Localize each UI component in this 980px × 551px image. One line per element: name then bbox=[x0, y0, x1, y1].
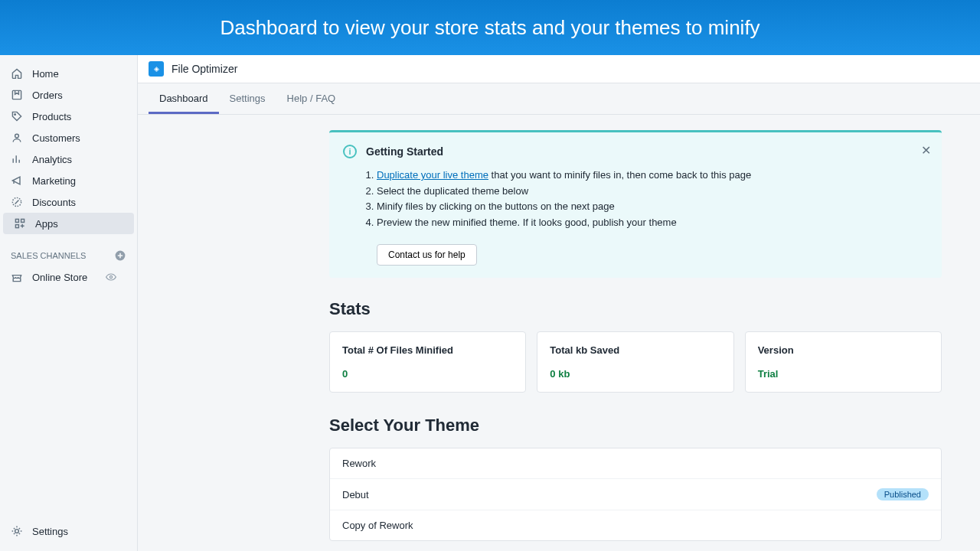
sidebar-item-discounts[interactable]: Discounts bbox=[0, 191, 137, 213]
sidebar-item-label: Apps bbox=[35, 218, 58, 230]
svg-point-1 bbox=[15, 114, 16, 116]
step-4: Preview the new minified theme. If it lo… bbox=[377, 215, 928, 230]
sidebar-section-label: SALES CHANNELS bbox=[11, 251, 86, 260]
sidebar-item-customers[interactable]: Customers bbox=[0, 127, 137, 148]
stat-label: Version bbox=[758, 344, 929, 356]
stat-value: 0 kb bbox=[550, 368, 720, 380]
analytics-icon bbox=[11, 153, 23, 165]
sidebar-item-label: Marketing bbox=[32, 175, 76, 187]
products-icon bbox=[11, 110, 23, 122]
close-icon[interactable]: ✕ bbox=[921, 143, 931, 158]
orders-icon bbox=[11, 89, 23, 101]
step-1: Duplicate your live theme that you want … bbox=[377, 168, 928, 183]
main-content: ◈ File Optimizer Dashboard Settings Help… bbox=[138, 55, 980, 551]
getting-started-steps: Duplicate your live theme that you want … bbox=[377, 168, 928, 230]
sidebar-item-marketing[interactable]: Marketing bbox=[0, 170, 137, 191]
home-icon bbox=[11, 67, 23, 80]
theme-list: Rework Debut Published Copy of Rework bbox=[329, 448, 942, 541]
tab-settings[interactable]: Settings bbox=[219, 83, 276, 114]
stat-value: Trial bbox=[758, 368, 929, 380]
sidebar-item-online-store[interactable]: Online Store bbox=[0, 266, 137, 288]
app-icon: ◈ bbox=[149, 61, 164, 77]
gear-icon bbox=[11, 525, 23, 537]
svg-point-8 bbox=[109, 276, 112, 278]
theme-name: Debut bbox=[342, 489, 369, 500]
stat-version: Version Trial bbox=[745, 331, 942, 393]
stats-row: Total # Of Files Minified 0 Total kb Sav… bbox=[329, 331, 942, 393]
stat-value: 0 bbox=[342, 368, 513, 380]
contact-us-button[interactable]: Contact us for help bbox=[377, 244, 477, 266]
app-name: File Optimizer bbox=[172, 63, 237, 75]
stat-label: Total kb Saved bbox=[550, 344, 720, 356]
stat-label: Total # Of Files Minified bbox=[342, 344, 513, 356]
theme-row[interactable]: Copy of Rework bbox=[330, 510, 941, 540]
sidebar-item-home[interactable]: Home bbox=[0, 63, 137, 84]
svg-rect-5 bbox=[21, 219, 24, 222]
app-header: ◈ File Optimizer bbox=[138, 55, 980, 83]
theme-row[interactable]: Rework bbox=[330, 448, 941, 479]
view-icon[interactable] bbox=[105, 271, 117, 283]
sidebar-item-products[interactable]: Products bbox=[0, 106, 137, 127]
info-title: Getting Started bbox=[366, 145, 443, 158]
svg-rect-4 bbox=[15, 219, 18, 222]
step-3: Minify files by clicking on the buttons … bbox=[377, 199, 928, 214]
sidebar-item-label: Customers bbox=[32, 132, 80, 144]
sidebar-item-label: Analytics bbox=[32, 154, 72, 165]
sidebar-item-orders[interactable]: Orders bbox=[0, 84, 137, 106]
sidebar: Home Orders Products Customers Analytics… bbox=[0, 55, 138, 551]
sidebar-item-settings[interactable]: Settings bbox=[0, 520, 138, 542]
stat-files-minified: Total # Of Files Minified 0 bbox=[329, 331, 526, 393]
stats-title: Stats bbox=[329, 299, 942, 319]
sidebar-item-label: Orders bbox=[32, 90, 63, 101]
svg-point-2 bbox=[15, 134, 19, 138]
tab-help[interactable]: Help / FAQ bbox=[276, 83, 347, 114]
sidebar-item-analytics[interactable]: Analytics bbox=[0, 148, 137, 170]
store-icon bbox=[11, 271, 23, 283]
sidebar-section-sales-channels: SALES CHANNELS bbox=[0, 234, 137, 266]
themes-title: Select Your Theme bbox=[329, 416, 942, 435]
theme-name: Rework bbox=[342, 458, 376, 469]
sidebar-item-label: Discounts bbox=[32, 197, 76, 208]
promo-banner: Dashboard to view your store stats and y… bbox=[0, 0, 980, 55]
svg-rect-6 bbox=[15, 225, 18, 228]
discounts-icon bbox=[11, 196, 23, 208]
theme-row[interactable]: Debut Published bbox=[330, 479, 941, 510]
customers-icon bbox=[11, 132, 23, 144]
tabs: Dashboard Settings Help / FAQ bbox=[138, 83, 980, 115]
sidebar-item-label: Home bbox=[32, 68, 59, 80]
getting-started-card: i Getting Started ✕ Duplicate your live … bbox=[329, 130, 942, 278]
svg-point-9 bbox=[15, 530, 19, 533]
theme-name: Copy of Rework bbox=[342, 520, 413, 531]
sidebar-item-apps[interactable]: Apps bbox=[3, 213, 134, 234]
tab-dashboard[interactable]: Dashboard bbox=[149, 83, 219, 114]
apps-icon bbox=[14, 217, 26, 230]
add-channel-icon[interactable] bbox=[114, 249, 126, 262]
duplicate-theme-link[interactable]: Duplicate your live theme bbox=[377, 169, 488, 181]
banner-text: Dashboard to view your store stats and y… bbox=[220, 16, 760, 40]
sidebar-item-label: Products bbox=[32, 111, 71, 122]
stat-kb-saved: Total kb Saved 0 kb bbox=[537, 331, 733, 393]
marketing-icon bbox=[11, 174, 23, 187]
content-area: i Getting Started ✕ Duplicate your live … bbox=[138, 115, 980, 551]
sidebar-item-label: Online Store bbox=[32, 272, 87, 283]
published-badge: Published bbox=[877, 488, 929, 500]
svg-rect-0 bbox=[12, 90, 21, 99]
sidebar-item-label: Settings bbox=[32, 526, 68, 537]
info-icon: i bbox=[343, 145, 357, 158]
step-2: Select the duplicated theme below bbox=[377, 184, 928, 199]
